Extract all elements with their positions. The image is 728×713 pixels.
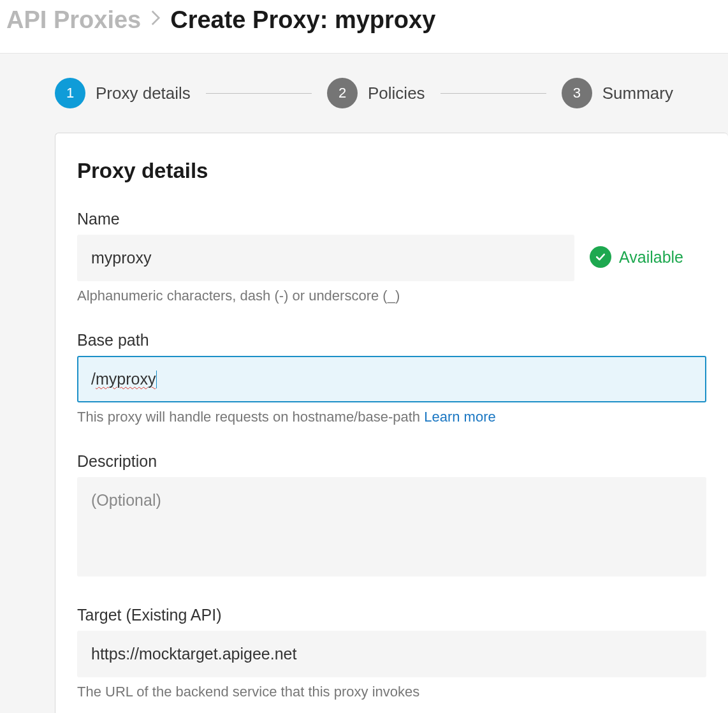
step-label: Summary (602, 84, 673, 103)
learn-more-link[interactable]: Learn more (424, 409, 496, 425)
description-input[interactable] (77, 477, 706, 577)
field-group-target: Target (Existing API) The URL of the bac… (77, 606, 706, 700)
step-proxy-details[interactable]: 1 Proxy details (55, 78, 191, 108)
step-number-icon: 3 (562, 78, 592, 108)
basepath-value: myproxy (96, 370, 156, 388)
field-group-description: Description (77, 452, 706, 579)
basepath-label: Base path (77, 331, 706, 349)
field-group-name: Name Alphanumeric characters, dash (-) o… (77, 210, 706, 304)
page-header: API Proxies Create Proxy: myproxy (0, 0, 728, 54)
step-label: Policies (368, 84, 425, 103)
step-connector (440, 93, 546, 94)
step-label: Proxy details (96, 84, 191, 103)
chevron-right-icon (150, 9, 161, 31)
name-label: Name (77, 210, 574, 228)
name-hint: Alphanumeric characters, dash (-) or und… (77, 288, 574, 304)
wizard-stepper: 1 Proxy details 2 Policies 3 Summary (0, 54, 728, 133)
breadcrumb-current: Create Proxy: myproxy (170, 6, 435, 34)
card-title: Proxy details (77, 159, 706, 183)
target-hint: The URL of the backend service that this… (77, 684, 706, 700)
proxy-details-card: Proxy details Name Alphanumeric characte… (55, 133, 728, 713)
step-policies[interactable]: 2 Policies (327, 78, 425, 108)
availability-text: Available (619, 248, 683, 267)
step-number-icon: 2 (327, 78, 358, 108)
name-input[interactable] (77, 235, 574, 281)
text-cursor (156, 371, 157, 388)
basepath-prefix: / (91, 370, 96, 388)
availability-indicator: Available (590, 246, 683, 268)
step-connector (206, 93, 312, 94)
step-number-icon: 1 (55, 78, 85, 108)
target-input[interactable] (77, 631, 706, 677)
breadcrumb: API Proxies Create Proxy: myproxy (6, 6, 722, 34)
target-label: Target (Existing API) (77, 606, 706, 624)
field-group-basepath: Base path /myproxy This proxy will handl… (77, 331, 706, 425)
basepath-input[interactable]: /myproxy (77, 356, 706, 402)
check-circle-icon (590, 246, 611, 268)
description-label: Description (77, 452, 706, 471)
content-area: 1 Proxy details 2 Policies 3 Summary Pro… (0, 54, 728, 713)
breadcrumb-parent[interactable]: API Proxies (6, 6, 141, 34)
step-summary[interactable]: 3 Summary (562, 78, 673, 108)
basepath-hint: This proxy will handle requests on hostn… (77, 409, 706, 425)
